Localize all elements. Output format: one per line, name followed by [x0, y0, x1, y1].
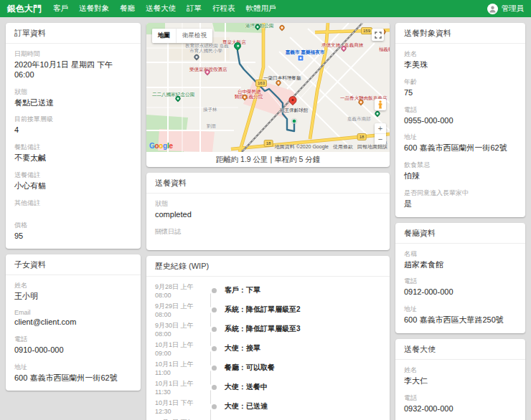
pegman-control[interactable]	[375, 99, 386, 110]
nav-item-0[interactable]: 客戶	[53, 4, 68, 14]
ambassador-card: 送餐大使 姓名李大仁電話0932-000-000Emaildelivery@gm…	[395, 339, 525, 420]
google-logo[interactable]: Google	[149, 142, 173, 150]
zoom-control: + −	[375, 123, 386, 145]
field: 狀態餐點已送達	[14, 87, 132, 108]
park-pin-marker	[255, 24, 260, 29]
map-canvas[interactable]: 港坪運動公園教育部永續校園 嘉義市育人國民小學尊皇大飯店樂億皇家渡假酒店承億文旅…	[146, 23, 390, 152]
origin-marker[interactable]	[234, 42, 241, 49]
timeline-entry: 10月1日 下午02:00大使：關懷日誌	[155, 416, 381, 420]
card-title: 餐廳資料	[395, 223, 525, 244]
field-label: 目前接單層級	[14, 115, 132, 124]
field: 目前接單層級4	[14, 115, 132, 135]
timeline-event: 大使：接單	[225, 343, 260, 353]
timeline-entry: 9月29日 上午08:00系統：降低訂單層級至2	[155, 300, 381, 320]
timeline-date: 10月1日 下午12:30	[155, 398, 207, 415]
field-value: 不要太鹹	[14, 153, 132, 163]
blue-pin-marker	[298, 55, 304, 62]
map-label: 劉厝	[207, 124, 216, 129]
field-label: 電話	[404, 105, 517, 115]
map-label: 一蘭日本料理餐廳	[263, 76, 301, 81]
road-shield: 18	[357, 133, 367, 140]
pink-pin-marker	[205, 70, 210, 75]
field-label: 是否同意進入長輩家中	[404, 188, 517, 198]
map-label: 醫院嘉義分院	[235, 95, 263, 100]
user-menu[interactable]: 管理員	[487, 4, 525, 14]
field-label: 名稱	[404, 249, 517, 259]
field-value: client@client.com	[14, 318, 132, 328]
children-card: 子女資料 姓名王小明Emailclient@client.com電話0910-0…	[6, 254, 141, 391]
map-card: 港坪運動公園教育部永續校園 嘉義市育人國民小學尊皇大飯店樂億皇家渡假酒店承億文旅…	[146, 23, 390, 167]
field-label: 姓名	[14, 281, 132, 290]
timeline-event: 大使：已送達	[225, 401, 268, 411]
orange-pin-marker	[280, 25, 285, 30]
nav-item-4[interactable]: 訂單	[187, 4, 202, 14]
field-label: Email	[14, 309, 132, 316]
nav-item-2[interactable]: 餐廳	[120, 4, 135, 14]
terms-link[interactable]: 使用條款	[333, 143, 353, 151]
road-shield: 163	[255, 80, 267, 87]
timeline-dot	[212, 385, 217, 390]
field-label: 日期時間	[14, 49, 132, 59]
timeline-date: 10月1日 上午11:30	[155, 379, 207, 396]
nav-item-5[interactable]: 行程表	[212, 4, 235, 14]
field-label: 地址	[14, 363, 132, 372]
field-value: 600 嘉義市西區蘭州一街62號	[404, 143, 517, 153]
field: 電話0910-000-000	[14, 335, 132, 355]
map-label: 福義軒	[379, 47, 390, 52]
field-label: 姓名	[404, 49, 517, 59]
timeline-event: 系統：降低訂單層級至3	[225, 324, 301, 334]
field-value: 600 嘉義市西區大華路250號	[404, 315, 517, 325]
nav-item-6[interactable]: 軟體用戶	[246, 4, 276, 14]
zoom-in-button[interactable]: +	[375, 123, 386, 134]
field-value: 0912-000-000	[404, 287, 517, 297]
field-label: 電話	[404, 277, 517, 286]
report-error-link[interactable]: 回報地圖錯誤	[357, 143, 387, 151]
map-label: 冠王保齡球館	[280, 108, 308, 113]
field-value: 趙家素食館	[404, 260, 517, 270]
card-body: 姓名李大仁電話0932-000-000Emaildelivery@gmail.c…	[395, 360, 525, 420]
field-label: 年齡	[404, 77, 517, 87]
field-value: 是	[404, 199, 517, 209]
map-type-control: 地圖 衛星檢視	[152, 29, 212, 43]
main-content: 訂單資料 日期時間2020年10月1日 星期四 下午06:00狀態餐點已送達目前…	[0, 17, 531, 420]
field-label: 電話	[404, 393, 517, 403]
field-value: 95	[14, 232, 132, 242]
field-value: 小心有貓	[14, 181, 132, 191]
timeline-event: 餐廳：可以取餐	[225, 363, 275, 373]
fullscreen-icon	[375, 32, 382, 39]
timeline-dot	[212, 404, 217, 409]
green-dot-marker	[292, 119, 297, 124]
card-title: 訂單資料	[6, 23, 141, 44]
card-body: 姓名李美珠年齡75電話0955-000-000地址600 嘉義市西區蘭州一街62…	[395, 44, 525, 217]
timeline-date: 9月29日 上午08:00	[155, 302, 207, 318]
nav-item-3[interactable]: 送餐大使	[146, 4, 176, 14]
field-label: 其他備註	[14, 199, 132, 208]
field-value: 李美珠	[404, 60, 517, 70]
field: 送餐備註小心有貓	[14, 171, 132, 191]
road-shield: 159	[361, 27, 372, 34]
satellite-type-button[interactable]: 衛星檢視	[176, 29, 212, 43]
map-type-button[interactable]: 地圖	[152, 29, 176, 43]
orange-pin-marker	[359, 100, 364, 105]
field: 關懷日誌	[155, 227, 381, 242]
app-header: 銀色大門 客戶送餐對象餐廳送餐大使訂單行程表軟體用戶 管理員	[0, 0, 531, 17]
history-card: 歷史紀錄 (WIP) 9月28日 上午08:00客戶：下單9月29日 上午08:…	[146, 256, 390, 420]
timeline-dot	[212, 346, 217, 351]
field-value: 4	[14, 125, 132, 135]
field-label: 電話	[14, 335, 132, 344]
orange-pin-marker	[276, 80, 281, 85]
card-body: 姓名王小明Emailclient@client.com電話0910-000-00…	[6, 275, 141, 391]
timeline-entry: 10月1日 上午09:00大使：接單	[155, 339, 381, 358]
left-column: 訂單資料 日期時間2020年10月1日 星期四 下午06:00狀態餐點已送達目前…	[6, 23, 141, 391]
field-label: 送餐備註	[14, 171, 132, 180]
map-label: 台中榮民總	[238, 90, 261, 95]
right-column: 送餐對象資料 姓名李美珠年齡75電話0955-000-000地址600 嘉義市西…	[395, 23, 525, 420]
field-label: 狀態	[14, 87, 132, 97]
dest-marker[interactable]	[289, 96, 297, 104]
timeline-event: 大使：送餐中	[225, 382, 268, 392]
field-label: 價格	[14, 221, 132, 230]
fullscreen-button[interactable]	[372, 29, 384, 41]
timeline-date: 9月30日 上午08:00	[155, 321, 207, 338]
nav-item-1[interactable]: 送餐對象	[79, 4, 109, 14]
avatar	[487, 4, 498, 14]
